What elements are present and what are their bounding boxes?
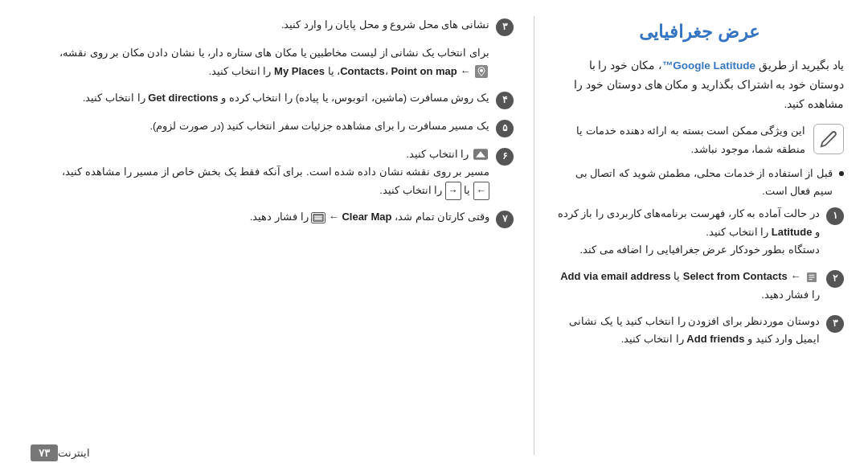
get-directions-bold: Get directions — [148, 92, 218, 104]
point-on-map-bold: Point on map — [391, 65, 457, 77]
add-friends-bold: Add friends — [686, 333, 744, 345]
svg-point-5 — [480, 69, 483, 72]
right-numbered-item-5: ۵ یک مسیر مسافرت را برای مشاهده جزئیات س… — [48, 117, 514, 137]
contacts-list-icon — [805, 271, 818, 284]
right-item-text-7: وقتی کارتان تمام شد، Clear Map ← را فشار… — [48, 208, 489, 227]
right-item-text-5: یک مسیر مسافرت را برای مشاهده جزئیات سفر… — [48, 117, 489, 136]
bullet-dot — [839, 171, 844, 176]
right-numbered-item-4: ۴ یک روش مسافرت (ماشین، اتوبوس، یا پیاده… — [48, 89, 514, 109]
left-numbered-item-2: ۲ ← Select from Contacts یا Add via emai… — [555, 268, 844, 305]
right-number-4: ۴ — [496, 92, 514, 109]
right-number-5: ۵ — [496, 120, 514, 137]
intro-text: یاد بگیرید از طریق Google Latitude™، مکا… — [555, 56, 844, 115]
pencil-icon — [820, 130, 837, 148]
number-badge-1: ۱ — [826, 207, 844, 225]
right-number-6: ۶ — [496, 148, 514, 166]
arrow-left-btn: ← — [473, 182, 489, 200]
arrow-right-btn: → — [445, 182, 461, 200]
svg-rect-9 — [314, 215, 322, 216]
latitude-bold: Latitude — [772, 226, 813, 238]
item-text-1: در حالت آماده به کار، فهرست برنامه‌های ک… — [555, 205, 820, 260]
left-numbered-item-3: ۳ دوستان موردنظر برای افزودن را انتخاب ک… — [555, 313, 844, 350]
column-divider — [534, 16, 534, 455]
footer: ۷۳ اینترنت — [24, 444, 90, 461]
local-services-text: قبل از استفاده از خدمات محلی، مطمئن شوید… — [555, 165, 833, 200]
right-numbered-item-map: ۴ برای انتخاب یک نشانی از لیست مخاطبین ی… — [48, 44, 514, 81]
number-badge-3: ۳ — [826, 315, 844, 333]
select-contacts-bold: Select from Contacts — [683, 270, 788, 282]
item-text-3: دوستان موردنظر برای افزودن را انتخاب کنی… — [555, 313, 820, 350]
note-icon-box — [813, 124, 844, 154]
clear-map-bold: Clear Map — [342, 211, 391, 223]
right-numbered-item-6: ۶ را انتخاب کنید. مسیر بر روی نقشه نشان … — [48, 145, 514, 201]
right-column: ۳ نشانی های محل شروع و محل پایان را وارد… — [24, 16, 522, 455]
right-item-text-3: نشانی های محل شروع و محل پایان را وارد ک… — [48, 16, 489, 35]
local-services-item: قبل از استفاده از خدمات محلی، مطمئن شوید… — [555, 165, 844, 200]
map-icon — [475, 65, 488, 78]
contacts-bold: Contacts — [340, 65, 385, 77]
right-numbered-item-3: ۳ نشانی های محل شروع و محل پایان را وارد… — [48, 16, 514, 36]
feature-box: این ویژگی ممکن است بسته به ارائه دهنده خ… — [555, 122, 844, 158]
number-badge-2: ۲ — [826, 270, 844, 288]
left-numbered-item-1: ۱ در حالت آماده به کار، فهرست برنامه‌های… — [555, 205, 844, 260]
footer-label: اینترنت — [58, 447, 90, 459]
feature-box-text: این ویژگی ممکن است بسته به ارائه دهنده خ… — [555, 122, 805, 158]
page-container: عرض جغرافیایی یاد بگیرید از طریق Google … — [0, 0, 868, 471]
right-number-7: ۷ — [496, 211, 514, 228]
item-text-2: ← Select from Contacts یا Add via email … — [555, 268, 820, 305]
right-item-text-4: یک روش مسافرت (ماشین، اتوبوس، یا پیاده) … — [48, 89, 489, 108]
page-number: ۷۳ — [31, 444, 58, 461]
svg-rect-11 — [314, 219, 322, 219]
google-latitude-text: Google Latitude™ — [662, 59, 755, 72]
my-places-bold: My Places — [274, 65, 325, 77]
menu-icon — [311, 212, 326, 223]
left-column: عرض جغرافیایی یاد بگیرید از طریق Google … — [547, 16, 844, 455]
right-item-text-6: را انتخاب کنید. مسیر بر روی نقشه نشان دا… — [48, 145, 489, 201]
right-item-text-map: برای انتخاب یک نشانی از لیست مخاطبین یا … — [48, 44, 489, 81]
add-email-bold: Add via email address — [560, 270, 670, 282]
navigate-icon — [473, 149, 488, 160]
svg-rect-10 — [314, 217, 322, 218]
right-numbered-item-7: ۷ وقتی کارتان تمام شد، Clear Map ← را فش… — [48, 208, 514, 228]
right-number-3: ۳ — [496, 18, 514, 36]
section-title: عرض جغرافیایی — [555, 16, 844, 48]
